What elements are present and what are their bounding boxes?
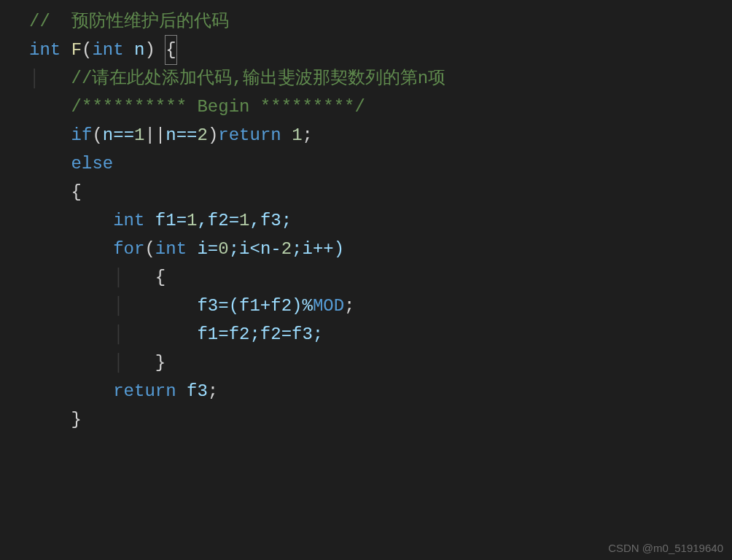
keyword-else: else <box>71 149 114 178</box>
brace-open: { <box>71 178 82 206</box>
constant-mod: MOD <box>313 292 344 320</box>
code-line: │ f1=f2;f2=f3; <box>29 320 732 349</box>
keyword-int: int <box>92 36 123 64</box>
code-line: │ } <box>29 349 732 377</box>
code-line: │ { <box>29 263 732 292</box>
comment: /********** Begin *********/ <box>71 93 365 121</box>
code-line: if(n==1||n==2)return 1; <box>29 121 732 149</box>
code-line: return f3; <box>29 377 732 405</box>
keyword-return: return <box>113 377 176 405</box>
watermark: CSDN @m0_51919640 <box>608 542 723 554</box>
keyword-int: int <box>29 36 61 64</box>
code-line: /********** Begin *********/ <box>29 93 732 121</box>
code-line: { <box>29 178 732 206</box>
keyword-for: for <box>113 235 144 263</box>
brace-open: { <box>155 263 166 292</box>
code-line: int F(int n) { <box>29 36 732 64</box>
comment: //请在此处添加代码,输出斐波那契数列的第n项 <box>71 64 446 93</box>
code-line: for(int i=0;i<n-2;i++) <box>29 235 732 263</box>
code-line: │ f3=(f1+f2)%MOD; <box>29 292 732 320</box>
brace-open: { <box>165 35 176 65</box>
code-line: │ //请在此处添加代码,输出斐波那契数列的第n项 <box>29 64 732 93</box>
param-n: n <box>134 36 144 64</box>
code-line: int f1=1,f2=1,f3; <box>29 206 732 235</box>
brace-close: } <box>155 349 166 377</box>
code-line: else <box>29 149 732 178</box>
code-editor[interactable]: // 预防性维护后的代码 int F(int n) { │ //请在此处添加代码… <box>0 0 732 434</box>
keyword-if: if <box>71 121 93 149</box>
keyword-return: return <box>218 121 281 149</box>
code-line: } <box>29 405 732 434</box>
comment: // 预防性维护后的代码 <box>29 7 229 36</box>
code-line: // 预防性维护后的代码 <box>29 7 732 36</box>
function-name: F <box>71 36 82 64</box>
brace-close: } <box>71 405 82 434</box>
